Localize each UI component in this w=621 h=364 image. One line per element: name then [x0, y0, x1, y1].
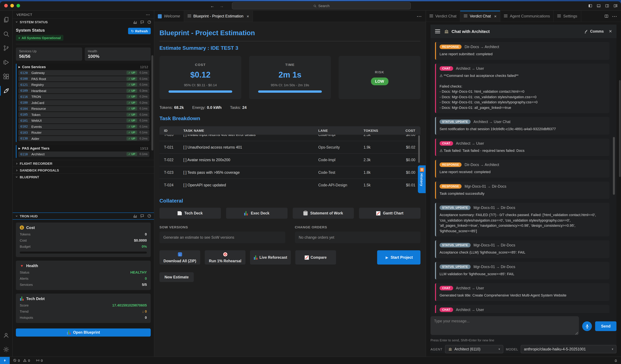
more-actions-icon[interactable]: ⋯	[612, 13, 617, 19]
message-body: Acceptance check (LLM) 'lighthouse_score…	[440, 250, 606, 255]
resize-grip[interactable]	[575, 332, 578, 335]
comms-button[interactable]: Comms	[584, 29, 604, 33]
service-row[interactable]: 6101 WebUI UP 0.1ms	[18, 118, 149, 123]
service-row[interactable]: 6121 Registry UP 0.1ms	[18, 82, 149, 87]
toggle-panel-icon[interactable]	[596, 3, 601, 8]
action-button[interactable]: Live Reforecast	[250, 250, 291, 265]
tab-blueprint-project-estimation[interactable]: Blueprint - Project Estimation ×	[184, 11, 253, 22]
collateral-button[interactable]: Exec Deck	[226, 208, 288, 219]
refresh-button[interactable]: Refresh	[128, 28, 151, 34]
action-icon	[385, 255, 389, 259]
section-sandbox-proposals[interactable]: › SANDBOX PROPOSALS	[13, 167, 154, 173]
notifications[interactable]	[614, 359, 621, 362]
table-row[interactable]: T-023 [ ] Tests pass with >95% coverage …	[159, 166, 420, 179]
section-system-status[interactable]: › SYSTEM STATUS	[13, 18, 154, 25]
gauge-icon[interactable]	[147, 214, 151, 218]
comment-icon[interactable]	[140, 214, 144, 218]
group-header-core-services[interactable]: ▶ Core Services 12/12	[18, 64, 149, 69]
action-button[interactable]: Compare	[295, 250, 336, 265]
service-row[interactable]: 6105 Token UP 0.1ms	[18, 112, 149, 117]
zoom-window-button[interactable]	[17, 4, 20, 7]
service-row[interactable]: 6100 PAS Root UP 0.1ms	[18, 76, 149, 81]
toggle-secondary-sidebar-icon[interactable]	[605, 3, 609, 8]
problems-errors[interactable]: 0	[13, 359, 20, 362]
tab-agent-communications[interactable]: Agent Communications	[500, 11, 554, 22]
task-lane: Code-Test	[318, 171, 363, 174]
section-blueprint[interactable]: › BLUEPRINT	[13, 173, 154, 180]
sidebar-scrollbar[interactable]	[151, 55, 153, 151]
forward-arrow-icon[interactable]: →	[220, 3, 224, 8]
close-chat-icon[interactable]: ×	[609, 28, 612, 34]
search-sidebar-icon[interactable]	[0, 27, 12, 41]
message-input[interactable]	[431, 316, 579, 335]
table-row[interactable]: T-020 [ ] Invalid input returns 400 with…	[159, 135, 420, 141]
service-row[interactable]: 6103 Router UP 0.1ms	[18, 130, 149, 135]
remote-indicator[interactable]	[0, 357, 10, 364]
service-row[interactable]: 6130 Aider UP 0.2ms	[18, 136, 149, 141]
messages-scrollbar[interactable]	[613, 137, 615, 195]
collateral-button[interactable]: Tech Deck	[159, 208, 221, 219]
menu-icon[interactable]	[435, 29, 440, 33]
table-scrollbar[interactable]	[418, 135, 420, 163]
service-row[interactable]: 6104 Resource UP 0.1ms	[18, 106, 149, 111]
action-button[interactable]: Download All (ZIP)	[159, 250, 200, 265]
more-actions-icon[interactable]: ⋯	[416, 13, 422, 19]
task-table-body[interactable]: T-020 [ ] Invalid input returns 400 with…	[159, 135, 420, 190]
minimize-window-button[interactable]	[10, 4, 14, 7]
source-control-icon[interactable]	[0, 41, 12, 55]
comment-icon[interactable]	[140, 20, 144, 24]
collateral-button[interactable]: Gantt Chart	[359, 208, 421, 219]
service-row[interactable]: 6116 TRON UP 0.2ms	[18, 94, 149, 99]
service-row[interactable]: 6109 Heartbeat UP 0.3ms	[18, 88, 149, 93]
chat-messages[interactable]: RESPONSE Dir-Docs → Architect Lane repor…	[431, 38, 617, 313]
table-row[interactable]: T-022 [ ] Avatar resizes to 200x200 Code…	[159, 153, 420, 166]
tab-welcome[interactable]: Welcome	[154, 11, 184, 22]
history-tab[interactable]: History	[418, 165, 426, 193]
problems-warnings[interactable]: 0	[23, 359, 30, 362]
tab-settings[interactable]: Settings	[554, 11, 581, 22]
chevron-down-icon: ›	[15, 20, 19, 24]
close-window-button[interactable]	[4, 4, 8, 7]
service-row[interactable]: 6102 Events UP 0.1ms	[18, 124, 149, 129]
service-row[interactable]: 6110 Architect UP 0.1ms	[18, 151, 149, 157]
action-button[interactable]: Run 1% Rehearsal	[205, 250, 245, 265]
send-button[interactable]: Send	[595, 321, 617, 331]
toggle-sidebar-icon[interactable]	[588, 3, 592, 8]
bar-chart-icon[interactable]	[133, 214, 137, 218]
explorer-icon[interactable]	[0, 13, 12, 27]
bar-chart-icon[interactable]	[133, 20, 137, 24]
agent-select[interactable]: Architect (6110) ▾	[445, 345, 503, 353]
panel-scrollbar[interactable]	[619, 80, 621, 177]
section-flight-recorder[interactable]: › FLIGHT RECORDER	[13, 160, 154, 167]
collateral-button[interactable]: Statement of Work	[293, 208, 354, 219]
model-select[interactable]: anthropic/claude-haiku-4-5-20251001 ▾	[521, 345, 617, 353]
close-tab-icon[interactable]: ×	[247, 14, 249, 18]
action-button[interactable]: Start Project	[377, 250, 420, 265]
service-row[interactable]: 6120 Gateway UP 0.1ms	[18, 70, 149, 75]
open-blueprint-button[interactable]: Open Blueprint	[16, 328, 151, 336]
command-search-box[interactable]: Search	[232, 2, 411, 9]
gauge-icon[interactable]	[147, 20, 151, 24]
accounts-icon[interactable]	[0, 328, 12, 342]
verdict-rocket-icon[interactable]	[0, 84, 12, 98]
extensions-icon[interactable]	[0, 69, 12, 84]
split-editor-icon[interactable]	[604, 14, 609, 18]
table-row[interactable]: T-021 [ ] Unauthorized access returns 40…	[159, 141, 420, 153]
customize-layout-icon[interactable]	[613, 3, 618, 8]
service-row[interactable]: 6180 JobCard UP 0.2ms	[18, 100, 149, 105]
back-arrow-icon[interactable]: ←	[210, 3, 214, 8]
sidebar-actions-icon[interactable]: ⋯	[146, 12, 150, 17]
table-row[interactable]: T-024 [ ] OpenAPI spec updated Code-API-…	[159, 179, 420, 190]
service-up-badge: UP	[126, 83, 137, 87]
run-debug-icon[interactable]	[0, 55, 12, 69]
tab-verdict-chat-1[interactable]: Verdict Chat	[426, 11, 460, 22]
new-estimate-button[interactable]: New Estimate	[159, 272, 194, 282]
card-value: $0.12	[190, 70, 210, 79]
group-header-pas-agent-tiers[interactable]: ▶ PAS Agent Tiers 13/13	[18, 146, 149, 151]
tab-verdict-chat-2[interactable]: Verdict Chat ×	[460, 11, 500, 22]
voice-input-button[interactable]	[582, 321, 592, 331]
ports-indicator[interactable]: 0	[36, 359, 43, 362]
section-tron-hud[interactable]: › TRON HUD	[13, 212, 154, 220]
settings-gear-icon[interactable]	[0, 342, 12, 357]
close-tab-icon[interactable]: ×	[494, 14, 497, 18]
